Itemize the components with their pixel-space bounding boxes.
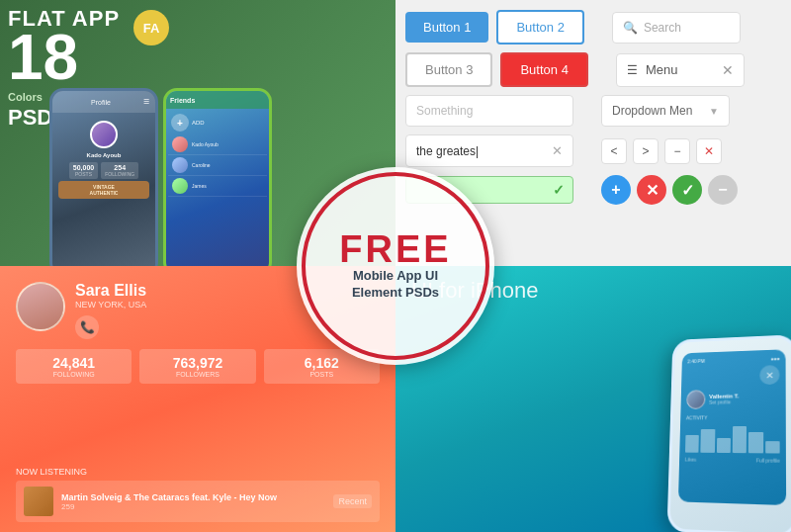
music-label: Now Listening: [16, 467, 380, 477]
phone-profile-header: Profile ☰: [52, 91, 155, 113]
activity-sub-2: Full profile: [756, 457, 780, 463]
search-icon: 🔍: [623, 21, 638, 35]
stat-following: 24,841 Following: [16, 349, 132, 384]
button-4[interactable]: Button 4: [500, 52, 587, 87]
iphone-body: 2:40 PM ●●● ✕ Vallentin T. Set profile: [667, 334, 791, 532]
stat-followers-label: Followers: [149, 371, 245, 378]
fa-badge: FA: [133, 10, 169, 45]
iphone-user-info: Vallentin T. Set profile: [709, 394, 739, 405]
check-icon-btn[interactable]: ✓: [672, 175, 702, 205]
nav-close-btn[interactable]: ✕: [696, 138, 722, 164]
text-input[interactable]: the greates| ✕: [405, 134, 573, 167]
circle-content: FREE Mobile App UI Element PSDs: [339, 230, 451, 302]
free-text: FREE: [339, 230, 451, 268]
circle-outer: FREE Mobile App UI Element PSDs: [297, 167, 494, 365]
menu-hamburger-icon: ☰: [627, 64, 638, 76]
user-avatar: [16, 282, 65, 331]
user-location: New York, USA: [75, 300, 146, 310]
phone-friends: Friends + ADD Kado Ayoub Ca: [163, 88, 272, 266]
iphone-user-status: Set profile: [709, 399, 739, 404]
nav-prev-btn[interactable]: <: [601, 138, 627, 164]
mobile-app-text: Mobile App UI: [339, 268, 451, 285]
icon-buttons-row: + ✕ ✓ −: [601, 175, 738, 205]
phone-friends-header: Friends: [166, 91, 269, 109]
activity-bar-4: [733, 426, 747, 453]
button-3[interactable]: Button 3: [405, 52, 492, 87]
friend-avatar-2: [172, 157, 188, 173]
phone-profile: Profile ☰ Kado Ayoub 50,000 POSTS 2: [49, 88, 158, 266]
menu-label: Menu: [646, 62, 678, 77]
iphone-avatar: [686, 390, 705, 409]
dropdown-arrow-icon: ▼: [709, 106, 719, 117]
iphone-screen: 2:40 PM ●●● ✕ Vallentin T. Set profile: [678, 349, 786, 505]
button-1[interactable]: Button 1: [405, 12, 488, 43]
text-input-value: the greates|: [416, 144, 479, 158]
check-mark-icon: ✓: [553, 182, 565, 198]
something-input[interactable]: Something: [405, 95, 573, 127]
stat-posts-label: Posts: [274, 371, 370, 378]
phone-profile-content: Kado Ayoub 50,000 POSTS 254 FOLLOWING: [52, 113, 155, 205]
search-placeholder: Search: [644, 21, 681, 35]
friend-item-3: James: [168, 176, 267, 197]
friends-list: + ADD Kado Ayoub Caroline: [166, 109, 269, 199]
menu-close-icon[interactable]: ✕: [722, 62, 734, 78]
user-info: Sara Ellis New York, USA 📞: [75, 282, 146, 339]
phone-icon-btn[interactable]: 📞: [75, 315, 99, 339]
phone-profile-screen: Profile ☰ Kado Ayoub 50,000 POSTS 2: [52, 91, 155, 266]
activity-label: Activity: [686, 414, 780, 421]
friend-name-1: Kado Ayoub: [192, 141, 219, 147]
button-2[interactable]: Button 2: [496, 10, 583, 44]
user-avatar-image: [18, 284, 63, 329]
minus-icon-btn[interactable]: −: [708, 175, 738, 205]
activity-bar-6: [765, 441, 780, 453]
stat-following-label: Following: [26, 371, 122, 378]
music-info: Martin Solveig & The Cataracs feat. Kyle…: [61, 492, 325, 511]
add-icon-btn[interactable]: +: [601, 175, 631, 205]
stat-followers-value: 763,972: [149, 355, 245, 371]
user-name: Sara Ellis: [75, 282, 146, 300]
stat-followers: 763,972 Followers: [139, 349, 255, 384]
activity-bar-5: [748, 432, 763, 453]
iphone-mockup: 2:40 PM ●●● ✕ Vallentin T. Set profile: [653, 334, 791, 532]
iphone-user: Vallentin T. Set profile: [686, 389, 779, 409]
phone-friends-screen: Friends + ADD Kado Ayoub Ca: [166, 91, 269, 266]
center-overlay: FREE Mobile App UI Element PSDs: [297, 167, 494, 365]
profile-name: Kado Ayoub: [56, 152, 151, 158]
menu-box[interactable]: ☰ Menu ✕: [616, 53, 745, 87]
music-item[interactable]: Martin Solveig & The Cataracs feat. Kyle…: [16, 481, 380, 522]
friend-avatar-3: [172, 178, 188, 194]
activity-bar-2: [701, 429, 715, 453]
number-display: 18: [8, 30, 120, 87]
friend-name-2: Caroline: [192, 162, 211, 168]
add-friend-btn[interactable]: + ADD: [168, 111, 267, 134]
music-title: Martin Solveig & The Cataracs feat. Kyle…: [61, 492, 325, 502]
stat-following-value: 24,841: [26, 355, 122, 371]
nav-controls: < > − ✕: [601, 138, 722, 164]
close-icon-btn[interactable]: ✕: [637, 175, 666, 205]
music-tag: Recent: [333, 494, 372, 508]
ui-row-1: Button 1 Button 2 🔍 Search: [405, 10, 781, 44]
activity-sub-1: Likes: [685, 457, 696, 463]
friend-avatar-1: [172, 136, 188, 152]
music-thumbnail: [24, 487, 53, 516]
search-box[interactable]: 🔍 Search: [612, 12, 741, 44]
activity-bar-3: [717, 438, 731, 453]
nav-minus-btn[interactable]: −: [664, 138, 690, 164]
phone-icon: 📞: [80, 320, 95, 334]
friend-item-1: Kado Ayoub: [168, 134, 267, 155]
ui-row-3: Something Dropdown Men ▼: [405, 95, 781, 127]
iphone-status-bar: 2:40 PM ●●●: [687, 355, 779, 364]
dropdown-box[interactable]: Dropdown Men ▼: [601, 95, 730, 127]
something-placeholder: Something: [416, 104, 473, 118]
nav-next-btn[interactable]: >: [633, 138, 659, 164]
element-psd-text: Element PSDs: [339, 285, 451, 302]
text-input-clear[interactable]: ✕: [552, 143, 563, 158]
music-section: Now Listening Martin Solveig & The Catar…: [0, 467, 396, 522]
friend-name-3: James: [192, 183, 207, 189]
activity-bar-1: [685, 435, 699, 453]
ui-row-2: Button 3 Button 4 ☰ Menu ✕: [405, 52, 781, 87]
vintage-badge: VINTAGE AUTHENTIC: [58, 181, 149, 199]
close-profile-btn[interactable]: ✕: [759, 365, 779, 385]
dropdown-label: Dropdown Men: [612, 104, 692, 118]
music-artist: 259: [61, 502, 325, 511]
